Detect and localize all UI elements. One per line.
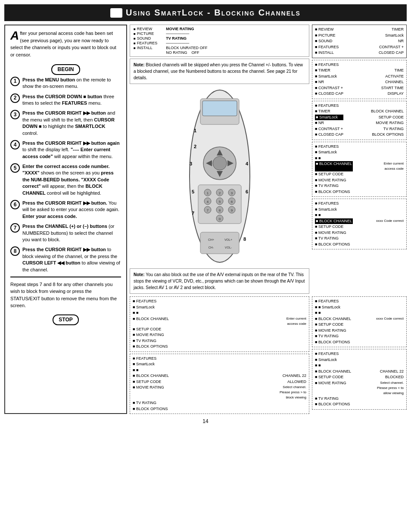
rp3-block-options: BLOCK OPTIONS [371, 132, 404, 138]
rp5-features: ■ FEATURES [315, 201, 404, 207]
rp2-col1: ■ FEATURES ■ TIMER ■ SmartLock ■ NR ■ CO… [315, 62, 343, 97]
right-panel-3: ■ FEATURES ■ TIMER ■ SmartLock ■ NR ■ CO… [312, 101, 407, 140]
step-6-text: Press the CURSOR RIGHT ▶▶ button. You wi… [22, 200, 121, 220]
step-6: 6 Press the CURSOR RIGHT ▶▶ button. You … [10, 200, 121, 220]
rp3-smartlock: ■ SmartLock [315, 115, 343, 121]
main-content: A fter your personal access code has bee… [4, 25, 407, 414]
brp2-dots: ■ ■ [315, 363, 404, 369]
rp1-contrast: CONTRAST + [379, 44, 404, 50]
no-rating: NO RATING OFF [166, 50, 207, 55]
svg-text:1: 1 [206, 191, 209, 195]
rp4-dots: ■ ■ [315, 156, 404, 162]
brp2-note: Select channel.Please press < toallow vi… [377, 380, 404, 396]
rp5-code-correct: xxxx Code correct [376, 218, 404, 224]
block-unrated: BLOCK UNRATED OFF [166, 46, 207, 50]
separator [10, 277, 121, 277]
rp2-col2: TIME ACTIVATE CHANNEL START TIME DISPLAY [381, 62, 404, 97]
rp2-contrast: ■ CONTRAST + [315, 85, 343, 91]
step-1: 1 Press the MENU button on the remote to… [10, 77, 121, 90]
step-8-num: 8 [10, 246, 20, 256]
tv-menu-col1: ■ REVIEW ■ PICTURE ■ SOUND ■ FEATURES ■ … [134, 27, 157, 55]
step-3-text: Press the CURSOR RIGHT ▶▶ button and the… [22, 110, 121, 137]
movie-rating-label: MOVIE RATING [166, 27, 207, 31]
rp2-starttime: START TIME [381, 85, 404, 91]
rp4-blockchan-row: ■ BLOCK CHANNEL Enter currentaccess code [315, 161, 404, 171]
svg-text:8: 8 [243, 236, 246, 242]
menu-features: ■ FEATURES [134, 41, 157, 45]
step-7-text: Press the CHANNEL (+) or (–) buttons (or… [22, 223, 121, 243]
svg-text:3: 3 [230, 191, 233, 195]
bottom-right-panel-2: ■ FEATURES ■ SmartLock ■ ■ ■ BLOCK CHANN… [312, 349, 407, 410]
step-7: 7 Press the CHANNEL (+) or (–) buttons (… [10, 223, 121, 243]
blp1-block-channel: ■ BLOCK CHANNEL [133, 316, 169, 327]
right-panels: ■ REVIEW ■ PICTURE ■ SOUND ■ FEATURES ■ … [312, 25, 407, 294]
svg-text:0: 0 [218, 217, 221, 221]
tv-icon [110, 8, 122, 18]
blp2-movierating-row: ■ MOVIE RATING Select channel.Please pre… [133, 385, 306, 400]
rp3-col2: BLOCK CHANNEL SETUP CODE MOVIE RATING TV… [371, 103, 404, 138]
rp1-review: ■ REVIEW [315, 27, 339, 33]
tv-rating-dashes: —————— [166, 41, 207, 45]
step-5-num: 5 [10, 163, 20, 173]
svg-text:2: 2 [194, 144, 196, 149]
brp1-dots: ■ ■ [315, 310, 404, 316]
rp3-tv-rating: TV RATING [371, 126, 404, 132]
blp1-tv-rating: ■ TV RATING [133, 338, 306, 344]
svg-text:1: 1 [194, 128, 196, 133]
svg-text:8: 8 [218, 208, 221, 212]
blp2-features: ■ FEATURES [133, 356, 306, 362]
note1-label: Note: [134, 62, 145, 67]
blp1-dots: ■ ■ [133, 310, 306, 316]
menu-picture: ■ PICTURE [134, 31, 157, 36]
right-panel-1: ■ REVIEW ■ PICTURE ■ SOUND ■ FEATURES ■ … [312, 25, 407, 58]
right-panel-2: ■ FEATURES ■ TIMER ■ SmartLock ■ NR ■ CO… [312, 60, 407, 99]
brp1-code-correct: xxxx Code correct [376, 316, 404, 322]
blp1-enter-code: Enter currentaccess code [286, 316, 306, 327]
svg-text:6: 6 [246, 189, 248, 194]
step-5-text: Enter the correct access code number. "X… [22, 163, 121, 196]
rp2-closedcap: ■ CLOSED CAP [315, 91, 343, 97]
rp4-block-options: ■ BLOCK OPTIONS [315, 189, 404, 195]
blp2-tv-rating: ■ TV RATING [133, 400, 306, 406]
brp1-features: ■ FEATURES [315, 299, 404, 305]
brp2-blocked: BLOCKED [385, 374, 404, 380]
svg-text:CH+: CH+ [208, 238, 214, 241]
rp3-contrast: ■ CONTRAST + [315, 126, 343, 132]
brp1-blockchan-row: ■ BLOCK CHANNEL xxxx Code correct [315, 316, 404, 322]
rp4-tv-rating: ■ TV RATING [315, 183, 404, 189]
step-6-num: 6 [10, 200, 20, 209]
rp1-nr: NR [379, 38, 404, 44]
rp3-blank [371, 103, 404, 109]
step-3-num: 3 [10, 110, 20, 119]
svg-text:6: 6 [230, 200, 233, 204]
blp2-blockchan-row: ■ BLOCK CHANNEL CHANNEL 22 [133, 373, 306, 379]
bottom-right-panel-1: ■ FEATURES ■ ■ SmartLock ■ ■ ■ BLOCK CHA… [312, 296, 407, 347]
remote-area: ■ REVIEW ■ PICTURE ■ SOUND ■ FEATURES ■ … [130, 25, 309, 294]
blp1-smartlock: ■ SmartLock [133, 305, 306, 311]
blp2-smartlock: ■ SmartLock [133, 361, 306, 367]
page-header: Using SmartLock - Blocking Channels [4, 4, 407, 21]
svg-rect-2 [202, 101, 237, 116]
rp3-setup-code: SETUP CODE [371, 115, 404, 121]
page-title: Using SmartLock - Blocking Channels [126, 8, 301, 18]
tv-rating-label: TV RATING [166, 36, 207, 40]
remote-svg: 1 2 3 4 5 6 7 [177, 86, 263, 267]
rp4-smartlock: ■ SmartLock [315, 149, 404, 156]
rp3-features: ■ FEATURES [315, 103, 343, 109]
svg-rect-30 [200, 232, 239, 254]
step-2-text: Press the CURSOR DOWN ■ button three tim… [22, 93, 121, 107]
note2-text: You can also block out the use of the A/… [134, 272, 305, 290]
left-column: A fter your personal access code has bee… [4, 25, 127, 414]
page-number: 14 [4, 418, 407, 424]
svg-point-4 [213, 156, 227, 170]
stop-badge-container: STOP [10, 313, 121, 327]
svg-text:4: 4 [246, 161, 249, 166]
movie-rating-dashes: —————— [166, 31, 207, 36]
step-8: 8 Press the CURSOR RIGHT ▶▶ button to bl… [10, 246, 121, 273]
rp1-col1: ■ REVIEW ■ PICTURE ■ SOUND ■ FEATURES ■ … [315, 27, 339, 56]
begin-badge-container: BEGIN [10, 62, 121, 77]
rp4-note: Enter currentaccess code [384, 161, 404, 171]
rp1-smartlock: SmartLock [379, 33, 404, 39]
rp2-smartlock: ■ SmartLock [315, 74, 343, 80]
top-area: ■ REVIEW ■ PICTURE ■ SOUND ■ FEATURES ■ … [130, 25, 407, 294]
